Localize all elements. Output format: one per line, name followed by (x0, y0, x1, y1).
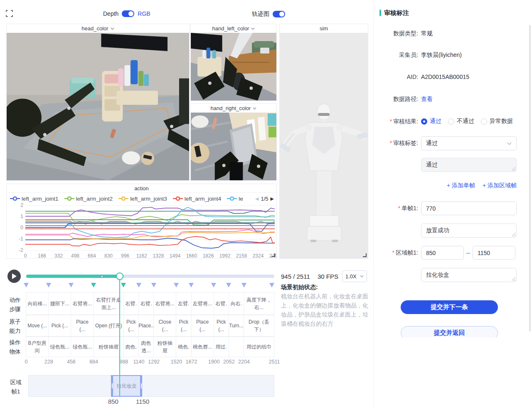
step-cell-atomic-1[interactable]: Move (... (26, 315, 49, 336)
radio-selected-icon[interactable] (421, 118, 427, 125)
resize-grip-icon[interactable] (512, 277, 515, 281)
y-tick-label: 2 (11, 202, 23, 208)
result-option-不通过[interactable]: 不通过 (448, 118, 474, 125)
step-cell-atomic-7[interactable]: Close (... (153, 315, 176, 336)
step-cell-action-8[interactable]: 左臂. (176, 292, 191, 315)
sim-resize-handle[interactable] (363, 253, 367, 257)
step-cell-action-5[interactable]: 右臂. (123, 292, 139, 315)
step-cell-atomic-5[interactable]: Pick (... (123, 315, 139, 336)
timeline-marker-1672[interactable] (189, 283, 194, 287)
region-segment[interactable]: 拉化妆盒 (112, 375, 141, 397)
step-cell-action-9[interactable]: 左臂将... (191, 292, 214, 315)
chart-resize-handle[interactable] (271, 253, 275, 257)
resize-grip-icon[interactable] (512, 233, 515, 236)
step-cell-action-6[interactable]: 右臂. (138, 292, 154, 315)
step-cell-object-3[interactable]: 绿色瓶... (71, 336, 94, 357)
add-single-frame-link[interactable]: + 添加单帧 (447, 182, 475, 189)
step-cell-atomic-3[interactable]: Place (... (71, 315, 94, 336)
single-frame-note-textarea[interactable]: 放置成功 (421, 223, 517, 238)
playback-speed-select[interactable]: 1.0X (342, 270, 367, 282)
legend-item-left_arm_joint2[interactable]: left_arm_joint2 (64, 196, 113, 202)
step-cell-action-1[interactable]: 向前移... (26, 292, 49, 315)
timeline-marker-988[interactable] (121, 283, 126, 287)
step-cell-atomic-11[interactable]: Turn... (229, 315, 244, 336)
timeline-marker-1140[interactable] (136, 283, 141, 287)
region-start-value: 850 (101, 398, 126, 405)
legend-next-icon[interactable]: ▶ (271, 196, 274, 201)
step-cell-atomic-9[interactable]: Place (... (191, 315, 214, 336)
step-cell-object-8[interactable]: 桃色. (176, 336, 191, 357)
submit-back-button[interactable]: 提交并返回 (401, 326, 498, 337)
timeline-marker-1900[interactable] (211, 283, 216, 287)
resize-grip-icon[interactable] (512, 167, 515, 171)
legend-item-left_arm_joint3[interactable]: left_arm_joint3 (118, 196, 167, 202)
tag-note-textarea[interactable]: 通过 (421, 158, 517, 172)
result-option-通过[interactable]: 通过 (421, 118, 441, 125)
legend-item-left_arm_joint1[interactable]: left_arm_joint1 (10, 196, 59, 202)
speed-value: 1.0X (345, 273, 357, 280)
step-cell-atomic-8[interactable]: Pick (... (176, 315, 191, 336)
trajectory-switch[interactable] (273, 11, 285, 17)
step-cell-atomic-2[interactable]: Pick (... (48, 315, 71, 336)
radio-icon[interactable] (481, 118, 487, 125)
hand-left-camera-select[interactable]: hand_left_color (191, 24, 276, 33)
region-handle-left[interactable] (111, 375, 113, 397)
hand-right-camera-select[interactable]: hand_right_color (191, 104, 276, 113)
step-cell-object-2[interactable]: 绿色瓶... (48, 336, 71, 357)
radio-icon[interactable] (448, 118, 454, 125)
legend-prev-icon[interactable]: ◀ (255, 196, 259, 201)
depth-rgb-switch[interactable] (122, 10, 134, 17)
timeline-marker-1292[interactable] (151, 283, 156, 287)
timeline-marker-684[interactable] (91, 283, 96, 287)
single-frame-dot[interactable] (101, 275, 103, 278)
slider-handle[interactable] (116, 273, 123, 280)
add-region-frame-link[interactable]: + 添加区域帧 (483, 182, 517, 189)
timeline-slider[interactable] (26, 273, 274, 280)
hand-right-camera-image (191, 113, 276, 180)
timeline-marker-0[interactable] (24, 283, 29, 287)
head-camera-select[interactable]: head_color (7, 24, 189, 33)
step-cell-action-11[interactable]: 向右. (229, 292, 244, 315)
timeline-marker-1520[interactable] (174, 283, 179, 287)
region-frame-note-text: 拉化妆盒 (426, 271, 449, 279)
region-frame-track[interactable]: 拉化妆盒 (28, 375, 274, 397)
result-option-异常数据[interactable]: 异常数据 (481, 118, 513, 125)
step-cell-object-11[interactable] (229, 336, 244, 357)
panel-scrollbar[interactable] (529, 25, 531, 331)
step-cell-object-10[interactable]: 用过. (214, 336, 229, 357)
step-cell-atomic-10[interactable]: Pick (... (214, 315, 229, 336)
step-cell-action-3[interactable]: 右臂将... (71, 292, 94, 315)
step-cell-action-10[interactable]: 右臂. (214, 292, 229, 315)
step-cell-action-7[interactable]: 右臂将... (153, 292, 176, 315)
region-end-input[interactable] (473, 246, 515, 260)
timeline-marker-2511[interactable] (269, 283, 274, 287)
timeline-marker-456[interactable] (69, 283, 74, 287)
step-cell-object-6[interactable]: 肉色透... (138, 336, 154, 357)
step-cell-atomic-12[interactable]: Drop（丢下） (244, 315, 274, 336)
timeline-marker-2204[interactable] (241, 283, 246, 287)
review-tag-select[interactable]: 通过 (421, 136, 517, 150)
play-button[interactable] (7, 270, 21, 283)
fullscreen-icon[interactable] (6, 10, 13, 17)
section-accent-bar (379, 10, 381, 16)
timeline-marker-228[interactable] (46, 283, 51, 287)
step-cell-object-1[interactable]: B户型房间 (26, 336, 49, 357)
view-data-path-link[interactable]: 查看 (421, 92, 433, 103)
step-cell-object-5[interactable]: 肉色. (123, 336, 139, 357)
legend-item-le[interactable]: le (227, 196, 243, 202)
step-cell-object-9[interactable]: 桃色唇... (191, 336, 214, 357)
timeline-marker-2052[interactable] (226, 283, 231, 287)
region-handle-right[interactable] (140, 375, 142, 397)
region-frame-note-textarea[interactable]: 拉化妆盒 (421, 268, 517, 282)
y-tick-label: -1 (11, 236, 23, 242)
single-frame-input[interactable] (421, 201, 517, 215)
region-start-input[interactable] (421, 246, 464, 260)
legend-item-left_arm_joint4[interactable]: left_arm_joint4 (173, 196, 222, 202)
step-cell-action-2[interactable]: 腰部下... (48, 292, 71, 315)
submit-next-button[interactable]: 提交并下一条 (401, 300, 498, 314)
step-cell-object-7[interactable]: 粉饼抽屉 (153, 336, 176, 357)
step-cell-atomic-6[interactable]: Place.. (138, 315, 154, 336)
step-cell-object-12[interactable]: 用过的纸巾 (244, 336, 274, 357)
legend-marker-icon (118, 196, 128, 201)
step-cell-action-12[interactable]: 高度下降，右... (244, 292, 274, 315)
